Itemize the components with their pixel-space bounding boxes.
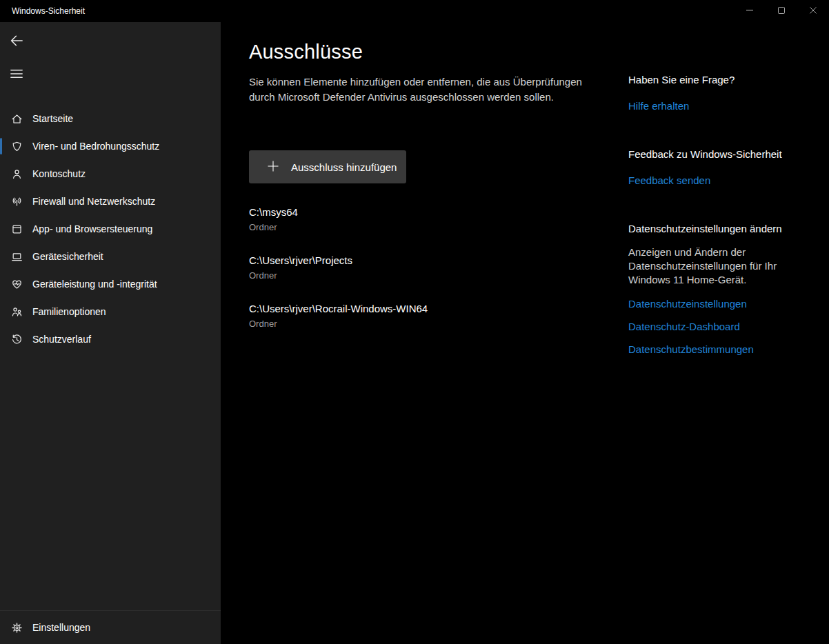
section-heading: Datenschutzeinstellungen ändern <box>628 222 812 236</box>
privacy-statement-link[interactable]: Datenschutzbestimmungen <box>628 343 812 356</box>
home-icon <box>10 112 23 125</box>
sidebar-item-firewall-netzwerkschutz[interactable]: Firewall und Netzwerkschutz <box>0 188 221 215</box>
minimize-icon <box>746 6 754 17</box>
sidebar-item-label: Geräteleistung und -integrität <box>32 279 157 290</box>
back-arrow-icon <box>10 34 23 50</box>
exclusions-panel: Ausschlüsse Sie können Elemente hinzufüg… <box>249 39 601 644</box>
help-section-question: Haben Sie eine Frage? Hilfe erhalten <box>628 73 812 113</box>
send-feedback-link[interactable]: Feedback senden <box>628 174 812 188</box>
main-content: Ausschlüsse Sie können Elemente hinzufüg… <box>221 22 829 644</box>
titlebar: Windows-Sicherheit <box>0 0 829 22</box>
add-exclusion-label: Ausschluss hinzufügen <box>291 161 397 173</box>
privacy-settings-link[interactable]: Datenschutzeinstellungen <box>628 297 812 311</box>
network-signal-icon <box>10 195 23 208</box>
sidebar-item-schutzverlauf[interactable]: Schutzverlauf <box>0 325 221 353</box>
shield-icon <box>10 140 23 152</box>
exclusion-path: C:\Users\rjver\Projects <box>249 254 601 268</box>
exclusion-item[interactable]: C:\msys64 Ordner <box>249 205 601 233</box>
sidebar-item-familienoptionen[interactable]: Familienoptionen <box>0 298 221 325</box>
window-title: Windows-Sicherheit <box>12 6 85 16</box>
maximize-button[interactable] <box>766 0 797 22</box>
exclusion-list: C:\msys64 Ordner C:\Users\rjver\Projects… <box>249 205 601 330</box>
maximize-icon <box>777 6 786 17</box>
heart-pulse-icon <box>10 278 23 290</box>
close-button[interactable] <box>797 0 829 22</box>
add-exclusion-button[interactable]: Ausschluss hinzufügen <box>249 150 406 183</box>
exclusion-path: C:\Users\rjver\Rocrail-Windows-WIN64 <box>249 302 601 316</box>
sidebar-item-label: Firewall und Netzwerkschutz <box>32 196 155 207</box>
menu-button[interactable] <box>4 63 29 85</box>
app-window-icon <box>10 223 23 235</box>
help-section-feedback: Feedback zu Windows-Sicherheit Feedback … <box>628 148 812 188</box>
family-icon <box>10 305 23 318</box>
sidebar-nav: Startseite Viren- und Bedrohungsschutz K… <box>0 105 221 353</box>
sidebar-item-geraeteleistung-integritaet[interactable]: Geräteleistung und -integrität <box>0 270 221 298</box>
sidebar-item-kontoschutz[interactable]: Kontoschutz <box>0 160 221 188</box>
hamburger-icon <box>10 67 23 83</box>
gear-icon <box>10 621 23 634</box>
selection-indicator <box>0 138 2 154</box>
exclusion-item[interactable]: C:\Users\rjver\Rocrail-Windows-WIN64 Ord… <box>249 302 601 330</box>
person-icon <box>10 168 23 180</box>
exclusion-type: Ordner <box>249 318 601 330</box>
sidebar-item-label: Einstellungen <box>32 622 90 633</box>
history-clock-icon <box>10 333 23 345</box>
sidebar-item-label: Familienoptionen <box>32 306 106 317</box>
exclusion-path: C:\msys64 <box>249 205 601 219</box>
sidebar-item-einstellungen[interactable]: Einstellungen <box>0 611 221 644</box>
section-heading: Haben Sie eine Frage? <box>628 73 812 87</box>
sidebar-item-label: App- und Browsersteuerung <box>32 223 152 234</box>
sidebar-item-label: Gerätesicherheit <box>32 251 103 262</box>
page-description: Sie können Elemente hinzufügen oder entf… <box>249 74 583 105</box>
plus-icon <box>266 159 280 175</box>
laptop-icon <box>10 250 23 263</box>
sidebar-item-viren-bedrohungsschutz[interactable]: Viren- und Bedrohungsschutz <box>0 132 221 160</box>
back-button[interactable] <box>4 30 29 52</box>
sidebar-item-label: Startseite <box>32 113 73 124</box>
page-title: Ausschlüsse <box>249 39 601 65</box>
sidebar-item-app-browsersteuerung[interactable]: App- und Browsersteuerung <box>0 215 221 243</box>
get-help-link[interactable]: Hilfe erhalten <box>628 99 812 113</box>
sidebar-item-geraetesicherheit[interactable]: Gerätesicherheit <box>0 243 221 270</box>
section-heading: Feedback zu Windows-Sicherheit <box>628 148 812 161</box>
sidebar-item-label: Kontoschutz <box>32 168 86 179</box>
window-controls <box>734 0 829 22</box>
minimize-button[interactable] <box>734 0 766 22</box>
sidebar-item-startseite[interactable]: Startseite <box>0 105 221 132</box>
help-rail: Haben Sie eine Frage? Hilfe erhalten Fee… <box>628 39 812 644</box>
sidebar-footer: Einstellungen <box>0 610 221 644</box>
privacy-dashboard-link[interactable]: Datenschutz-Dashboard <box>628 320 812 334</box>
help-section-privacy: Datenschutzeinstellungen ändern Anzeigen… <box>628 222 812 356</box>
sidebar-item-label: Schutzverlauf <box>32 334 91 345</box>
sidebar: Startseite Viren- und Bedrohungsschutz K… <box>0 22 221 644</box>
exclusion-type: Ordner <box>249 221 601 233</box>
exclusion-type: Ordner <box>249 270 601 281</box>
close-icon <box>809 6 817 17</box>
privacy-description: Anzeigen und Ändern der Datenschutzeinst… <box>628 245 812 287</box>
exclusion-item[interactable]: C:\Users\rjver\Projects Ordner <box>249 254 601 281</box>
sidebar-item-label: Viren- und Bedrohungsschutz <box>32 141 159 152</box>
app-window: Windows-Sicherheit <box>0 0 829 644</box>
